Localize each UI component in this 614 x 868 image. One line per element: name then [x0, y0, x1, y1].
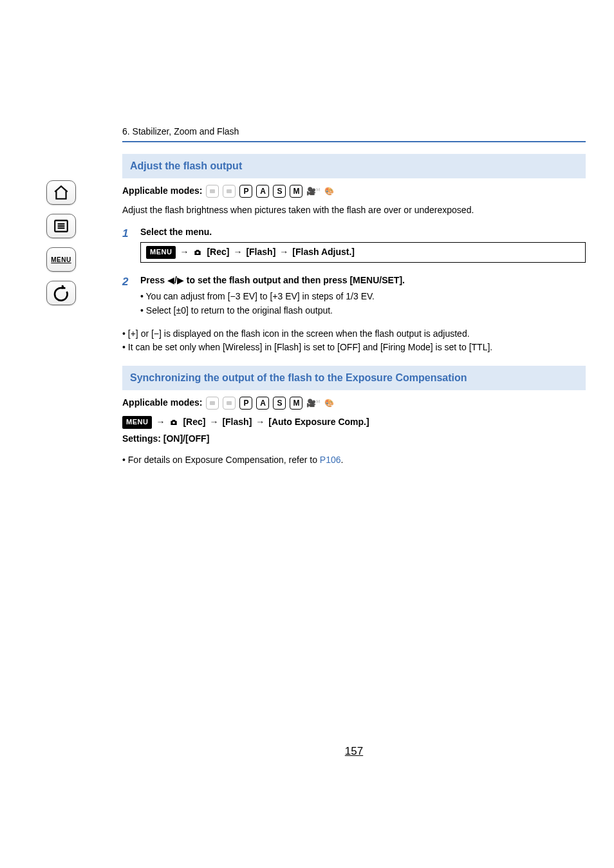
left-triangle-icon: ◀ — [167, 274, 174, 287]
arrow-icon: → — [180, 246, 189, 259]
mode-s-badge: S — [273, 185, 286, 198]
menu-path-flash-adjust: MENU → [Rec] → [Flash] → [Flash Adjust.] — [140, 242, 586, 263]
mode-p-badge: P — [239, 397, 252, 410]
mode-a-badge: A — [256, 185, 269, 198]
section-title-flash-adjust: Adjust the flash output — [122, 154, 586, 178]
svg-rect-7 — [210, 401, 215, 405]
divider — [122, 141, 586, 142]
path-target: [Auto Exposure Comp.] — [268, 416, 369, 429]
nav-home-button[interactable] — [46, 180, 76, 205]
camera-icon — [192, 248, 203, 257]
menu-chip-icon: MENU — [146, 246, 176, 258]
mode-creative-icon: 🎨 — [324, 398, 334, 409]
arrow-icon: → — [233, 246, 242, 259]
path-rec: [Rec] — [207, 246, 229, 259]
crossref-link[interactable]: P106 — [320, 455, 341, 465]
nav-back-button[interactable] — [46, 281, 76, 305]
intro-text: Adjust the flash brightness when picture… — [122, 204, 586, 217]
applicable-modes-row: Applicable modes: P A S M 🎥ᴹ 🎨 — [122, 185, 586, 198]
mode-iaplus-icon — [223, 397, 236, 410]
path-target: [Flash Adjust.] — [292, 246, 355, 259]
step-1-title: Select the menu. — [140, 226, 586, 239]
nav-menu-label: MENU — [51, 256, 71, 263]
step-number: 1 — [122, 226, 131, 269]
mode-ia-icon — [206, 185, 219, 198]
mode-m-badge: M — [290, 185, 302, 198]
applicable-modes-row: Applicable modes: P A S M 🎥ᴹ 🎨 — [122, 397, 586, 410]
mode-m-badge: M — [290, 397, 302, 410]
path-rec: [Rec] — [183, 416, 205, 429]
mode-s-badge: S — [273, 397, 286, 410]
step-2-bullet-1: You can adjust from [−3 EV] to [+3 EV] i… — [140, 290, 586, 303]
arrow-icon: → — [279, 246, 288, 259]
mode-video-icon: 🎥ᴹ — [306, 398, 321, 409]
arrow-icon: → — [156, 416, 165, 429]
step-2-bullet-2: Select [±0] to return to the original fl… — [140, 305, 586, 317]
section2-notes: For details on Exposure Compensation, re… — [122, 454, 586, 467]
note-line: [+] or [−] is displayed on the flash ico… — [122, 328, 586, 341]
settings-line: Settings: [ON]/[OFF] — [122, 433, 586, 446]
sidebar: MENU — [0, 0, 122, 759]
step-2-title: Press ◀/▶ to set the flash output and th… — [140, 274, 586, 287]
menu-chip-icon: MENU — [122, 416, 152, 428]
menu-path-auto-exposure: MENU → [Rec] → [Flash] → [Auto Exposure … — [122, 416, 586, 429]
path-flash: [Flash] — [222, 416, 252, 429]
nav-toc-button[interactable] — [46, 214, 76, 238]
toc-icon — [53, 218, 70, 234]
note-line: It can be set only when [Wireless] in [F… — [122, 341, 586, 354]
modes-label: Applicable modes: — [122, 185, 202, 198]
step-number: 2 — [122, 274, 131, 319]
svg-point-6 — [197, 252, 200, 254]
note-line: For details on Exposure Compensation, re… — [122, 454, 586, 467]
svg-rect-4 — [210, 189, 215, 193]
arrow-icon: → — [256, 416, 265, 429]
path-flash: [Flash] — [246, 246, 275, 259]
section-title-sync-exposure: Synchronizing the output of the flash to… — [122, 366, 586, 390]
camera-icon — [169, 418, 179, 427]
step-2: 2 Press ◀/▶ to set the flash output and … — [122, 274, 586, 319]
nav-menu-button[interactable]: MENU — [46, 247, 76, 272]
step-1: 1 Select the menu. MENU → [Rec] → [Flash… — [122, 226, 586, 269]
mode-a-badge: A — [256, 397, 269, 410]
svg-rect-8 — [227, 401, 232, 405]
arrow-icon: → — [209, 416, 218, 429]
section1-notes: [+] or [−] is displayed on the flash ico… — [122, 328, 586, 354]
page-content: 6. Stabilizer, Zoom and Flash Adjust the… — [122, 0, 586, 759]
mode-creative-icon: 🎨 — [324, 186, 334, 197]
svg-point-9 — [173, 422, 176, 424]
modes-label: Applicable modes: — [122, 397, 202, 410]
svg-rect-5 — [227, 189, 232, 193]
right-triangle-icon: ▶ — [177, 274, 184, 287]
mode-p-badge: P — [239, 185, 252, 198]
back-arrow-icon — [53, 285, 70, 301]
mode-ia-icon — [206, 397, 219, 410]
breadcrumb: 6. Stabilizer, Zoom and Flash — [122, 126, 586, 138]
mode-iaplus-icon — [223, 185, 236, 198]
page-number: 157 — [122, 744, 586, 759]
home-icon — [53, 184, 70, 201]
mode-video-icon: 🎥ᴹ — [306, 186, 321, 197]
